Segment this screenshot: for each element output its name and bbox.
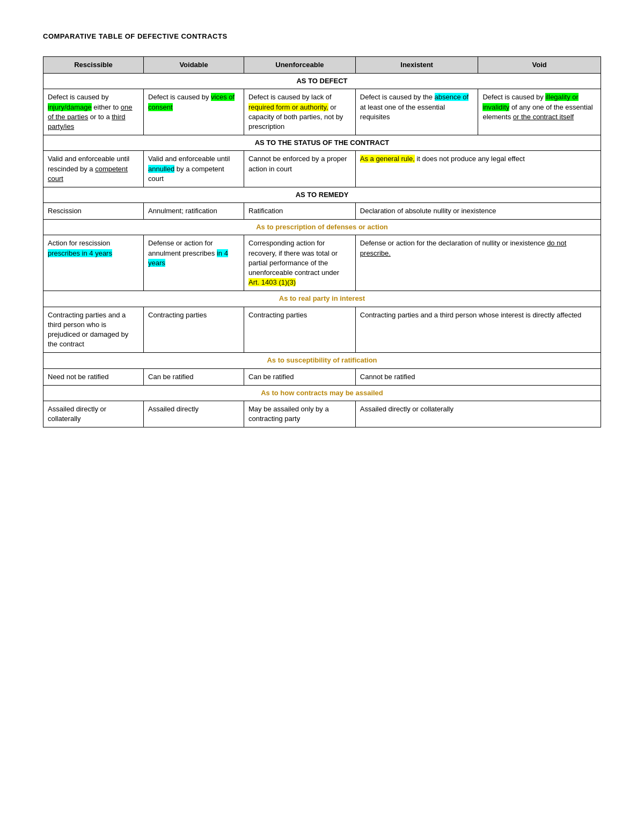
cell-voidable-party: Contracting parties bbox=[144, 307, 244, 353]
highlight-prescribes-4-2: in 4 years bbox=[148, 249, 228, 267]
table-row: Assailed directly or collaterally Assail… bbox=[43, 401, 601, 427]
table-row: Defect is caused by injury/damage either… bbox=[43, 89, 601, 135]
cell-unenforceable-ratification: Can be ratified bbox=[244, 368, 356, 385]
header-inexistent: Inexistent bbox=[355, 57, 478, 74]
section-label-defect: AS TO DEFECT bbox=[43, 74, 601, 89]
section-header-remedy: AS TO REMEDY bbox=[43, 187, 601, 202]
section-header-ratification: As to susceptibility of ratification bbox=[43, 353, 601, 368]
section-label-real-party: As to real party in interest bbox=[43, 291, 601, 307]
cell-rescissible-status: Valid and enforceable until rescinded by… bbox=[43, 151, 144, 187]
section-label-assailed: As to how contracts may be assailed bbox=[43, 385, 601, 401]
highlight-vices-consent: vices of consent bbox=[148, 93, 235, 111]
cell-voidable-remedy: Annulment; ratification bbox=[144, 203, 244, 220]
table-row: Action for rescission prescribes in 4 ye… bbox=[43, 235, 601, 291]
cell-voidable-status: Valid and enforceable until annulled by … bbox=[144, 151, 244, 187]
cell-unenforceable-assailed: May be assailed only by a contracting pa… bbox=[244, 401, 356, 427]
highlight-annulled: annulled bbox=[148, 165, 174, 173]
cell-voidable-ratification: Can be ratified bbox=[144, 368, 244, 385]
table-row: Rescission Annulment; ratification Ratif… bbox=[43, 203, 601, 220]
cell-rescissible-prescription: Action for rescission prescribes in 4 ye… bbox=[43, 235, 144, 291]
section-label-prescription: As to prescription of defenses or action bbox=[43, 220, 601, 235]
section-label-status: AS TO THE STATUS OF THE CONTRACT bbox=[43, 135, 601, 151]
cell-inexistent-void-assailed: Assailed directly or collaterally bbox=[355, 401, 601, 427]
cell-rescissible-remedy: Rescission bbox=[43, 203, 144, 220]
cell-inexistent-void-party: Contracting parties and a third person w… bbox=[355, 307, 601, 353]
highlight-injury: injury/damage bbox=[48, 103, 92, 111]
section-label-remedy: AS TO REMEDY bbox=[43, 187, 601, 202]
cell-inexistent-void-status: As a general rule, it does not produce a… bbox=[355, 151, 601, 187]
highlight-absence-of: absence of bbox=[435, 93, 469, 101]
highlight-general-rule: As a general rule, bbox=[360, 155, 415, 163]
text-competent-court-1: competent court bbox=[48, 165, 128, 183]
section-header-assailed: As to how contracts may be assailed bbox=[43, 385, 601, 401]
header-void: Void bbox=[478, 57, 601, 74]
table-row: Contracting parties and a third person w… bbox=[43, 307, 601, 353]
cell-inexistent-void-remedy: Declaration of absolute nullity or inexi… bbox=[355, 203, 601, 220]
cell-inexistent-void-ratification: Cannot be ratified bbox=[355, 368, 601, 385]
table-row: Need not be ratified Can be ratified Can… bbox=[43, 368, 601, 385]
cell-unenforceable-prescription: Corresponding action for recovery, if th… bbox=[244, 235, 356, 291]
cell-inexistent-void-prescription: Defense or action for the declaration of… bbox=[355, 235, 601, 291]
cell-voidable-assailed: Assailed directly bbox=[144, 401, 244, 427]
section-header-status: AS TO THE STATUS OF THE CONTRACT bbox=[43, 135, 601, 151]
text-or-the-contract: or the contract itself bbox=[513, 113, 574, 121]
comparison-table: Rescissible Voidable Unenforceable Inexi… bbox=[43, 56, 601, 427]
header-rescissible: Rescissible bbox=[43, 57, 144, 74]
cell-void-defect: Defect is caused by illegality or invali… bbox=[478, 89, 601, 135]
section-label-ratification: As to susceptibility of ratification bbox=[43, 353, 601, 368]
cell-unenforceable-defect: Defect is caused by lack of required for… bbox=[244, 89, 356, 135]
section-header-real-party: As to real party in interest bbox=[43, 291, 601, 307]
header-unenforceable: Unenforceable bbox=[244, 57, 356, 74]
text-do-not-prescribe: do not prescribe. bbox=[360, 239, 566, 257]
highlight-art-1403: Art. 1403 (1)(3) bbox=[248, 278, 296, 286]
cell-inexistent-defect: Defect is caused by the absence of at le… bbox=[355, 89, 478, 135]
section-header-defect: AS TO DEFECT bbox=[43, 74, 601, 89]
cell-rescissible-assailed: Assailed directly or collaterally bbox=[43, 401, 144, 427]
section-header-prescription: As to prescription of defenses or action bbox=[43, 220, 601, 235]
cell-unenforceable-remedy: Ratification bbox=[244, 203, 356, 220]
cell-unenforceable-status: Cannot be enforced by a proper action in… bbox=[244, 151, 356, 187]
highlight-illegality: illegality or invalidity bbox=[482, 93, 578, 111]
cell-voidable-defect: Defect is caused by vices of consent bbox=[144, 89, 244, 135]
cell-rescissible-ratification: Need not be ratified bbox=[43, 368, 144, 385]
table-row: Valid and enforceable until rescinded by… bbox=[43, 151, 601, 187]
highlight-prescribes-4-1: prescribes in 4 years bbox=[48, 249, 112, 257]
cell-unenforceable-party: Contracting parties bbox=[244, 307, 356, 353]
page-title: COMPARATIVE TABLE OF DEFECTIVE CONTRACTS bbox=[43, 32, 601, 40]
cell-rescissible-party: Contracting parties and a third person w… bbox=[43, 307, 144, 353]
cell-rescissible-defect: Defect is caused by injury/damage either… bbox=[43, 89, 144, 135]
cell-voidable-prescription: Defense or action for annulment prescrib… bbox=[144, 235, 244, 291]
highlight-required-form: required form or authority, bbox=[248, 103, 328, 111]
header-voidable: Voidable bbox=[144, 57, 244, 74]
